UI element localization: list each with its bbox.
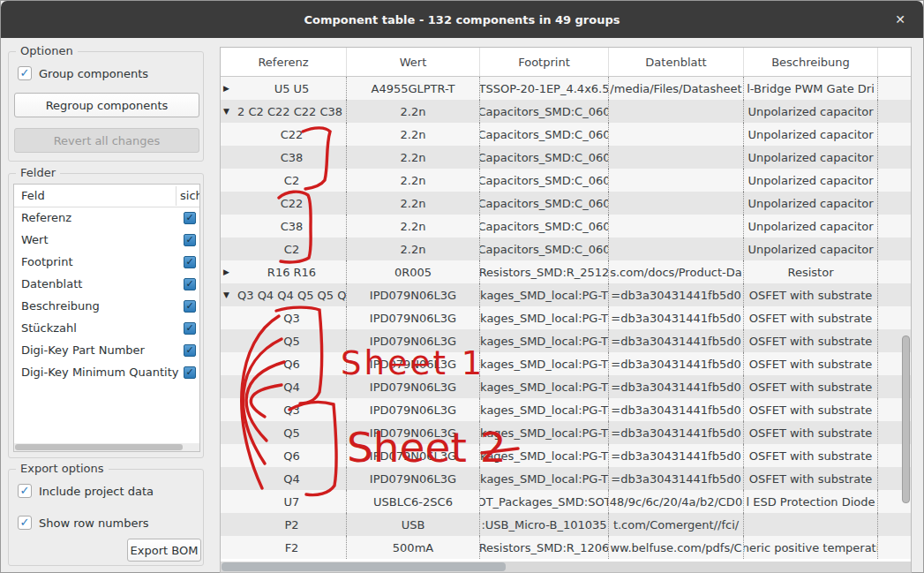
group-components-checkbox[interactable]: ✓ [18, 66, 32, 80]
cell-referenz[interactable]: C38 [221, 146, 347, 169]
cell-beschreibung[interactable]: OSFET with substrate [744, 306, 878, 329]
field-visible-checkbox[interactable]: ✓ [184, 278, 196, 290]
cell-wert[interactable]: IPD079N06L3G [347, 306, 480, 329]
cell-footprint[interactable]: Capacitors_SMD:C_060 [480, 237, 609, 260]
cell-wert[interactable]: IPD079N06L3G [347, 398, 480, 421]
cell-footprint[interactable]: kages_SMD_local:PG-T [480, 329, 609, 352]
cell-beschreibung[interactable]: OSFET with substrate [744, 467, 878, 490]
cell-datenblatt[interactable]: /media/Files/Datasheet [609, 77, 744, 100]
cell-wert[interactable]: A4955GLPTR-T [347, 77, 480, 100]
cell-footprint[interactable]: Resistors_SMD:R_2512 [480, 260, 609, 283]
field-row[interactable]: Datenblatt✓ [14, 274, 199, 296]
column-header-beschreibung[interactable]: Beschreibung [744, 48, 878, 76]
cell-beschreibung[interactable]: Unpolarized capacitor [744, 146, 878, 169]
cell-datenblatt[interactable] [609, 146, 744, 169]
grid-hscroll-thumb[interactable] [222, 562, 506, 571]
cell-datenblatt[interactable]: =db3a30431441fb5d0 [609, 329, 744, 352]
table-row[interactable]: ▼2 C2 C22 C22 C38 C32.2nCapacitors_SMD:C… [221, 100, 911, 123]
cell-datenblatt[interactable] [609, 123, 744, 146]
group-components-checkbox-row[interactable]: ✓ Group components [18, 66, 148, 80]
cell-datenblatt[interactable] [609, 192, 744, 215]
cell-referenz[interactable]: C22 [221, 192, 347, 215]
cell-wert[interactable]: 0R005 [347, 260, 480, 283]
cell-beschreibung[interactable]: l-Bridge PWM Gate Dri [744, 77, 878, 100]
cell-beschreibung[interactable]: OSFET with substrate [744, 398, 878, 421]
field-visible-checkbox[interactable]: ✓ [184, 212, 196, 224]
cell-beschreibung[interactable]: OSFET with substrate [744, 329, 878, 352]
cell-footprint[interactable]: Capacitors_SMD:C_060 [480, 146, 609, 169]
column-header-referenz[interactable]: Referenz [221, 48, 347, 76]
table-row[interactable]: C222.2nCapacitors_SMD:C_060Unpolarized c… [221, 192, 911, 215]
cell-referenz[interactable]: ▼Q3 Q4 Q4 Q5 Q5 Q6 [221, 283, 347, 306]
cell-footprint[interactable]: kages_SMD_local:PG-T [480, 421, 609, 444]
table-row[interactable]: C22.2nCapacitors_SMD:C_060Unpolarized ca… [221, 237, 911, 260]
column-header-datenblatt[interactable]: Datenblatt [609, 48, 744, 76]
cell-footprint[interactable]: Capacitors_SMD:C_060 [480, 123, 609, 146]
cell-datenblatt[interactable]: =db3a30431441fb5d0 [609, 398, 744, 421]
fields-header-field[interactable]: Feld [21, 189, 45, 202]
table-row[interactable]: ▶U5 U5A4955GLPTR-TTSSOP-20-1EP_4.4x6.5/m… [221, 77, 911, 100]
table-row[interactable]: C222.2nCapacitors_SMD:C_060Unpolarized c… [221, 123, 911, 146]
field-row[interactable]: Referenz✓ [14, 207, 199, 230]
cell-datenblatt[interactable]: =db3a30431441fb5d0 [609, 467, 744, 490]
cell-referenz[interactable]: ▶U5 U5 [221, 77, 347, 100]
table-row[interactable]: C22.2nCapacitors_SMD:C_060Unpolarized ca… [221, 169, 911, 192]
cell-referenz[interactable]: Q5 [221, 421, 347, 444]
cell-wert[interactable]: 500mA [347, 536, 480, 559]
table-row[interactable]: ▶R16 R160R005Resistors_SMD:R_2512s.com/d… [221, 260, 911, 283]
table-row[interactable]: Q4IPD079N06L3Gkages_SMD_local:PG-T=db3a3… [221, 375, 911, 398]
cell-datenblatt[interactable]: =db3a30431441fb5d0 [609, 375, 744, 398]
cell-wert[interactable]: USB [347, 513, 480, 536]
regroup-components-button[interactable]: Regroup components [14, 93, 199, 117]
cell-footprint[interactable]: Capacitors_SMD:C_060 [480, 215, 609, 237]
cell-footprint[interactable]: kages_SMD_local:PG-T [480, 444, 609, 467]
table-row[interactable]: ▼Q3 Q4 Q4 Q5 Q5 Q6IPD079N06L3Gkages_SMD_… [221, 283, 911, 306]
cell-wert[interactable]: 2.2n [347, 169, 480, 192]
field-row[interactable]: Beschreibung✓ [14, 296, 199, 318]
table-row[interactable]: Q5IPD079N06L3Gkages_SMD_local:PG-T=db3a3… [221, 421, 911, 444]
fields-header-visible[interactable]: sicht [180, 189, 200, 202]
cell-referenz[interactable]: C2 [221, 237, 347, 260]
table-row[interactable]: Q3IPD079N06L3Gkages_SMD_local:PG-T=db3a3… [221, 398, 911, 421]
expander-collapsed-icon[interactable]: ▶ [223, 77, 237, 100]
cell-datenblatt[interactable] [609, 237, 744, 260]
cell-datenblatt[interactable] [609, 100, 744, 123]
cell-footprint[interactable]: TSSOP-20-1EP_4.4x6.5 [480, 77, 609, 100]
table-row[interactable]: C382.2nCapacitors_SMD:C_060Unpolarized c… [221, 215, 911, 237]
cell-datenblatt[interactable]: t.com/Comergent//fci/ [609, 513, 744, 536]
cell-datenblatt[interactable]: =db3a30431441fb5d0 [609, 306, 744, 329]
cell-wert[interactable]: IPD079N06L3G [347, 329, 480, 352]
fields-list-hscrollbar[interactable] [14, 443, 199, 451]
cell-referenz[interactable]: Q4 [221, 467, 347, 490]
cell-datenblatt[interactable]: =db3a30431441fb5d0 [609, 421, 744, 444]
cell-wert[interactable]: IPD079N06L3G [347, 444, 480, 467]
field-visible-checkbox[interactable]: ✓ [184, 234, 196, 246]
table-row[interactable]: Q5IPD079N06L3Gkages_SMD_local:PG-T=db3a3… [221, 329, 911, 352]
cell-datenblatt[interactable]: 48/9c/6c/20/4a/b2/CD0 [609, 490, 744, 513]
cell-datenblatt[interactable]: s.com/docs/Product-Da [609, 260, 744, 283]
field-row[interactable]: Wert✓ [14, 230, 199, 252]
cell-referenz[interactable]: F2 [221, 536, 347, 559]
cell-wert[interactable]: 2.2n [347, 237, 480, 260]
field-visible-checkbox[interactable]: ✓ [184, 256, 196, 268]
cell-beschreibung[interactable] [744, 513, 878, 536]
table-row[interactable]: Q6IPD079N06L3Gkages_SMD_local:PG-T=db3a3… [221, 352, 911, 375]
cell-footprint[interactable]: Capacitors_SMD:C_060 [480, 192, 609, 215]
cell-footprint[interactable]: kages_SMD_local:PG-T [480, 398, 609, 421]
fields-list-hscroll-thumb[interactable] [15, 444, 183, 450]
cell-referenz[interactable]: Q5 [221, 329, 347, 352]
cell-wert[interactable]: 2.2n [347, 215, 480, 237]
cell-wert[interactable]: IPD079N06L3G [347, 283, 480, 306]
cell-footprint[interactable]: kages_SMD_local:PG-T [480, 375, 609, 398]
cell-wert[interactable]: IPD079N06L3G [347, 421, 480, 444]
export-bom-button[interactable]: Export BOM [127, 539, 201, 562]
table-row[interactable]: Q6IPD079N06L3Gkages_SMD_local:PG-T=db3a3… [221, 444, 911, 467]
cell-referenz[interactable]: Q6 [221, 444, 347, 467]
grid-hscrollbar[interactable] [221, 562, 911, 572]
cell-beschreibung[interactable]: Resistor [744, 260, 878, 283]
expander-expanded-icon[interactable]: ▼ [223, 283, 237, 306]
table-row[interactable]: F2500mAResistors_SMD:R_1206ww.belfuse.co… [221, 536, 911, 559]
cell-wert[interactable]: 2.2n [347, 100, 480, 123]
cell-wert[interactable]: USBLC6-2SC6 [347, 490, 480, 513]
cell-beschreibung[interactable]: Unpolarized capacitor [744, 215, 878, 237]
